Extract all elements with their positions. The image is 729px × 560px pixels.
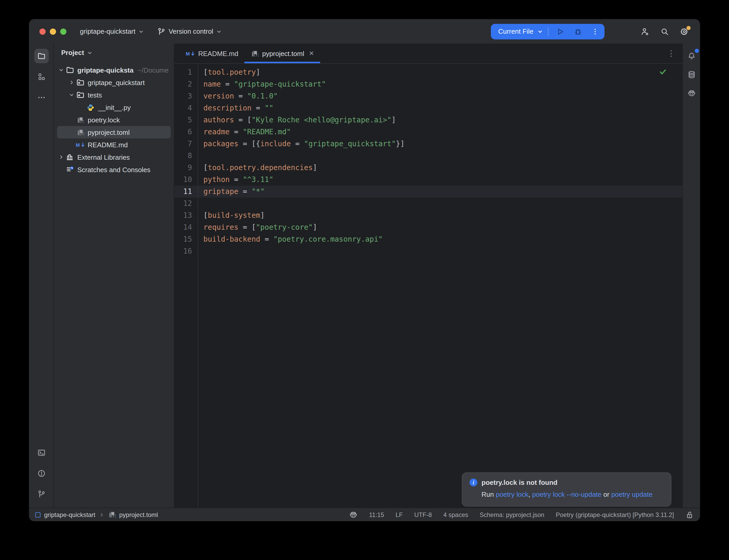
notification-action-link[interactable]: poetry lock --no-update <box>532 491 601 498</box>
chevron-right-icon[interactable] <box>57 155 65 160</box>
tree-item-label: griptape-quickstart <box>77 66 134 74</box>
chevron-down-icon <box>216 29 221 34</box>
project-panel-header[interactable]: Project <box>54 44 174 59</box>
code-line-4[interactable]: description = "" <box>198 102 682 114</box>
toml-punct: = <box>260 235 273 243</box>
toml-punct: = <box>229 128 243 136</box>
code-line-13[interactable]: [build-system] <box>198 209 682 221</box>
tree-item-external-libraries[interactable]: External Libraries <box>57 151 171 163</box>
toml-punct: ] <box>392 116 396 124</box>
line-number: 2 <box>174 78 198 90</box>
problems-tool-button[interactable] <box>34 466 48 481</box>
line-number: 3 <box>174 90 198 102</box>
inspection-ok-check-icon[interactable] <box>659 68 667 76</box>
toml-key: requires <box>203 223 238 231</box>
close-window-button[interactable] <box>39 28 46 34</box>
tab-options-icon[interactable]: ⋮ <box>667 49 675 58</box>
code-line-5[interactable]: authors = ["Kyle Roche <hello@griptape.a… <box>198 114 682 126</box>
run-config-selector[interactable]: Current File <box>498 27 533 35</box>
cursor-position-widget[interactable]: 11:15 <box>369 511 384 518</box>
breadcrumb-file[interactable]: pyproject.toml <box>119 511 158 518</box>
left-activity-bar <box>29 44 54 508</box>
chevron-right-icon[interactable] <box>67 80 76 85</box>
tab-readme[interactable]: M README.md <box>179 44 245 63</box>
code-line-2[interactable]: name = "griptape-quickstart" <box>198 78 682 90</box>
code-line-16[interactable] <box>198 245 682 257</box>
debug-button[interactable] <box>571 27 585 36</box>
code-line-14[interactable]: requires = ["poetry-core"] <box>198 221 682 233</box>
chevron-down-icon <box>87 50 92 55</box>
ai-assistant-tool-button[interactable] <box>685 87 698 100</box>
run-more-button[interactable] <box>589 28 601 35</box>
line-number: 15 <box>174 233 198 245</box>
terminal-tool-button[interactable] <box>34 445 48 460</box>
project-tool-button[interactable] <box>34 49 48 63</box>
code-line-6[interactable]: readme = "README.md" <box>198 126 682 138</box>
minimize-window-button[interactable] <box>50 28 56 34</box>
code-line-9[interactable]: [tool.poetry.dependencies] <box>198 162 682 174</box>
toml-file-icon: [T] <box>251 50 259 57</box>
window-controls <box>39 28 66 34</box>
settings-gear-icon[interactable] <box>680 27 689 36</box>
tree-item-readme-md[interactable]: MREADME.md <box>57 138 171 151</box>
notification-text: , <box>529 491 532 498</box>
tree-item-poetry-lock[interactable]: [T]poetry.lock <box>57 114 171 126</box>
git-tool-button[interactable] <box>34 487 48 501</box>
toml-punct: = [{ <box>238 139 260 148</box>
toml-punct: = <box>229 175 243 184</box>
code-line-1[interactable]: [tool.poetry] <box>198 66 682 78</box>
editor-tab-bar: M README.md [T] pyproject.toml ✕ ⋮ <box>174 44 682 64</box>
notification-action-link[interactable]: poetry update <box>611 491 653 498</box>
notifications-bell-button[interactable] <box>685 50 698 62</box>
code-pane[interactable]: [tool.poetry]name = "griptape-quickstart… <box>198 64 682 508</box>
chevron-down-icon[interactable] <box>67 92 76 97</box>
encoding-widget[interactable]: UTF-8 <box>414 511 432 518</box>
line-number: 12 <box>174 198 198 209</box>
toml-string: "griptape-quickstart" <box>234 80 326 88</box>
code-line-8[interactable] <box>198 150 682 162</box>
chevron-down-icon[interactable] <box>57 67 65 73</box>
project-switcher[interactable]: griptape-quickstart <box>80 27 144 35</box>
more-tools-button[interactable] <box>34 90 48 105</box>
editor-body[interactable]: 12345678910111213141516 [tool.poetry]nam… <box>174 64 682 508</box>
tree-item-griptape-quickstart[interactable]: griptape-quickstart~/Docume <box>57 64 171 76</box>
notification-popup[interactable]: i poetry.lock is not found Run poetry lo… <box>462 472 671 507</box>
copilot-status-icon[interactable] <box>349 510 357 519</box>
tab-pyproject[interactable]: [T] pyproject.toml ✕ <box>245 44 320 63</box>
zoom-window-button[interactable] <box>60 28 66 34</box>
code-with-me-icon[interactable] <box>641 27 649 36</box>
toml-string: "0.1.0" <box>247 92 278 100</box>
interpreter-widget[interactable]: Poetry (griptape-quickstart) [Python 3.1… <box>556 511 674 518</box>
vcs-widget[interactable]: Version control <box>157 27 221 36</box>
unlock-icon[interactable] <box>685 510 694 519</box>
commit-tool-button[interactable] <box>34 69 48 84</box>
run-button[interactable] <box>554 27 567 36</box>
search-everywhere-icon[interactable] <box>661 27 669 36</box>
notification-action-link[interactable]: poetry lock <box>496 491 529 498</box>
tree-item-pyproject-toml[interactable]: [T]pyproject.toml <box>57 126 171 138</box>
chevron-down-icon[interactable] <box>538 29 543 34</box>
status-widgets: 11:15 LF UTF-8 4 spaces Schema: pyprojec… <box>349 510 694 519</box>
tree-item--init-py[interactable]: __init__.py <box>57 101 171 114</box>
code-line-10[interactable]: python = "^3.11" <box>198 174 682 186</box>
code-line-15[interactable]: build-backend = "poetry.core.masonry.api… <box>198 233 682 245</box>
schema-widget[interactable]: Schema: pyproject.json <box>480 511 544 518</box>
right-activity-bar <box>682 44 700 508</box>
tree-item-scratches-and-consoles[interactable]: Scratches and Consoles <box>57 163 171 176</box>
breadcrumb-project[interactable]: griptape-quickstart <box>44 511 95 518</box>
run-widget: Current File <box>491 24 605 39</box>
status-bar: griptape-quickstart [T] pyproject.toml 1… <box>29 508 700 521</box>
project-switcher-label: griptape-quickstart <box>80 27 135 35</box>
srcfolder-icon <box>76 91 85 99</box>
code-line-12[interactable] <box>198 198 682 209</box>
tree-item-tests[interactable]: tests <box>57 89 171 101</box>
indent-widget[interactable]: 4 spaces <box>443 511 468 518</box>
database-tool-button[interactable] <box>685 68 698 81</box>
code-line-11[interactable]: griptape = "*" <box>198 186 682 198</box>
close-tab-icon[interactable]: ✕ <box>309 50 314 57</box>
toml-punct: = [ <box>238 223 256 231</box>
line-separator-widget[interactable]: LF <box>396 511 403 518</box>
code-line-7[interactable]: packages = [{include = "griptape_quickst… <box>198 138 682 150</box>
code-line-3[interactable]: version = "0.1.0" <box>198 90 682 102</box>
tree-item-griptape-quickstart[interactable]: griptape_quickstart <box>57 76 171 89</box>
